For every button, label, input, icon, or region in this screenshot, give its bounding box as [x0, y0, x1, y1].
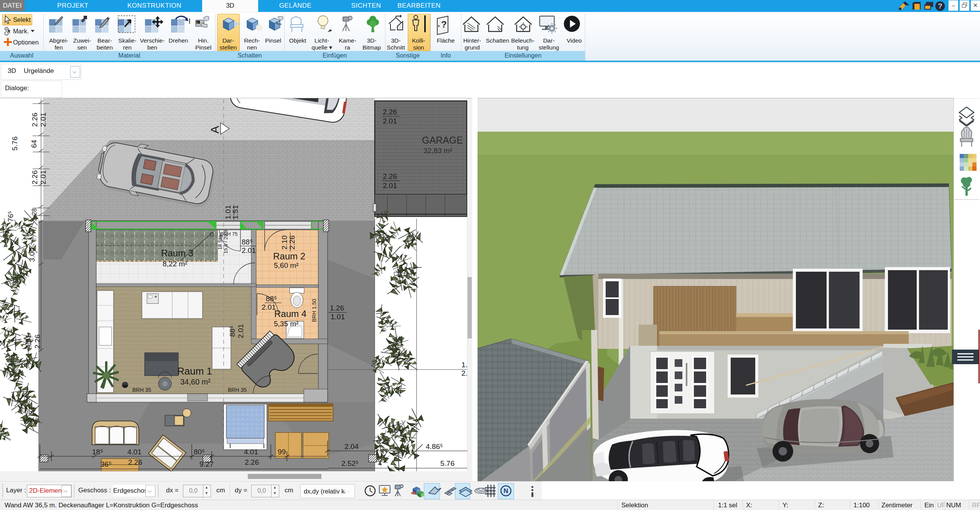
svg-text:B: B	[197, 21, 199, 24]
svg-text:1.01: 1.01	[331, 313, 345, 321]
svg-text:2.26: 2.26	[288, 236, 296, 250]
svg-text:2.26: 2.26	[383, 172, 397, 180]
svg-text:1.5: 1.5	[461, 361, 467, 369]
svg-text:BRH 35: BRH 35	[132, 387, 151, 393]
svg-text:99: 99	[278, 448, 286, 456]
svg-text:Raum 3: Raum 3	[161, 248, 193, 258]
svg-text:2.26: 2.26	[383, 108, 397, 116]
svg-text:4.01: 4.01	[244, 448, 258, 456]
svg-text:2.01: 2.01	[237, 324, 245, 338]
svg-text:4.01: 4.01	[24, 335, 32, 349]
svg-text:2.26: 2.26	[33, 335, 41, 349]
svg-text:5.76: 5.76	[440, 459, 455, 467]
svg-text:18⁵: 18⁵	[92, 448, 103, 456]
svg-text:2.01: 2.01	[383, 117, 397, 125]
svg-text:4.86⁵: 4.86⁵	[426, 442, 443, 451]
svg-text:15,6 / 29,9: 15,6 / 29,9	[223, 230, 229, 253]
svg-text:1.51: 1.51	[231, 205, 239, 220]
svg-text:5.76: 5.76	[11, 137, 19, 151]
svg-text:88⁵: 88⁵	[242, 238, 253, 246]
svg-text:2.10: 2.10	[280, 236, 288, 250]
svg-text:3.00: 3.00	[28, 248, 36, 262]
svg-text:88⁵: 88⁵	[266, 295, 277, 303]
svg-text:5,60 m²: 5,60 m²	[274, 261, 298, 269]
svg-text:GARAGE: GARAGE	[422, 135, 463, 145]
svg-text:2.5: 2.5	[461, 369, 467, 377]
svg-text:34,60 m²: 34,60 m²	[180, 378, 211, 386]
svg-text:2: 2	[31, 217, 38, 221]
svg-text:2.52⁵: 2.52⁵	[341, 459, 359, 467]
svg-text:N: N	[504, 487, 508, 495]
svg-text:Raum 4: Raum 4	[274, 309, 306, 319]
svg-text:BRH 1.50: BRH 1.50	[311, 299, 317, 322]
svg-text:4.01: 4.01	[127, 448, 142, 456]
svg-text:Raum 1: Raum 1	[177, 365, 212, 377]
svg-text:1.01: 1.01	[224, 205, 232, 220]
svg-text:?: ?	[441, 19, 447, 30]
svg-text:2.26: 2.26	[128, 458, 142, 466]
svg-text:BRH 35: BRH 35	[228, 387, 247, 393]
svg-text:?: ?	[938, 2, 942, 10]
svg-text:18 Stg.: 18 Stg.	[217, 234, 223, 249]
svg-text:2.01: 2.01	[39, 113, 47, 127]
svg-text:28: 28	[31, 208, 38, 215]
svg-text:2.01: 2.01	[262, 303, 276, 311]
svg-text:Raum 2: Raum 2	[273, 251, 305, 261]
svg-text:76⁵: 76⁵	[7, 211, 15, 222]
svg-text:64: 64	[30, 140, 38, 148]
svg-text:36⁵: 36⁵	[100, 460, 112, 468]
svg-text:80⁵: 80⁵	[194, 448, 205, 456]
svg-text:32,83 m²: 32,83 m²	[423, 147, 452, 155]
svg-text:2.04: 2.04	[344, 442, 359, 451]
svg-text:2.01: 2.01	[383, 182, 397, 190]
svg-text:A: A	[208, 126, 221, 134]
svg-text:5,35 m²: 5,35 m²	[274, 320, 298, 328]
svg-text:2.01: 2.01	[242, 246, 256, 254]
svg-text:1.26: 1.26	[330, 304, 344, 312]
svg-text:88⁵: 88⁵	[228, 325, 236, 337]
svg-text:51: 51	[27, 406, 35, 414]
svg-text:2.01: 2.01	[39, 170, 47, 185]
svg-text:2.26: 2.26	[31, 170, 39, 185]
svg-text:2.26: 2.26	[31, 113, 39, 127]
svg-text:2.26: 2.26	[245, 458, 259, 466]
svg-text:9.27: 9.27	[199, 460, 214, 468]
svg-text:8,22 m²: 8,22 m²	[163, 260, 187, 268]
